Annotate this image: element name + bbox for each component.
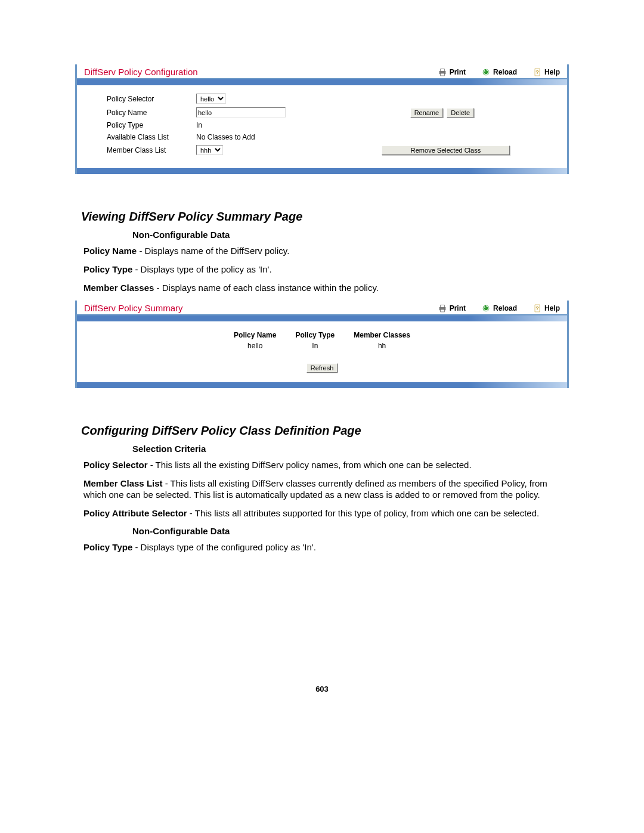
reload-icon xyxy=(481,304,491,313)
reload-icon xyxy=(481,67,491,77)
label-policy-name: Policy Name xyxy=(107,109,196,117)
reload-link[interactable]: Reload xyxy=(481,304,517,313)
subheading-nonconfig-2: Non-Configurable Data xyxy=(132,526,569,536)
svg-rect-1 xyxy=(440,69,444,71)
row-policy-type: Policy Type In xyxy=(107,121,558,129)
help-link[interactable]: ? Help xyxy=(532,304,560,313)
reload-label: Reload xyxy=(493,68,517,76)
col-policy-type: Policy Type xyxy=(286,330,344,340)
reload-label: Reload xyxy=(493,304,517,312)
para-member-classes: Member Classes - Displays name of each c… xyxy=(83,283,569,294)
subheading-selection-criteria: Selection Criteria xyxy=(132,444,569,454)
para-policy-type: Policy Type - Displays type of the polic… xyxy=(83,264,569,275)
print-link[interactable]: Print xyxy=(438,67,466,77)
para-policy-selector: Policy Selector - This lists all the exi… xyxy=(83,460,569,471)
cell-policy-name: hello xyxy=(224,340,286,351)
para-policy-type-2: Policy Type - Displays type of the confi… xyxy=(83,542,569,553)
help-link[interactable]: ? Help xyxy=(532,67,560,77)
heading-configuring-classdef: Configuring DiffServ Policy Class Defini… xyxy=(75,424,569,438)
heading-viewing-summary: Viewing DiffServ Policy Summary Page xyxy=(75,210,569,224)
panel-body: Policy Name Policy Type Member Classes h… xyxy=(77,321,567,382)
help-label: Help xyxy=(544,304,560,312)
print-icon xyxy=(438,67,447,77)
row-policy-selector: Policy Selector hello xyxy=(107,94,558,104)
summary-table: Policy Name Policy Type Member Classes h… xyxy=(224,330,420,351)
panel-header: DiffServ Policy Summary Print Reload xyxy=(77,301,567,315)
diffserv-policy-configuration-panel: DiffServ Policy Configuration Print Relo… xyxy=(75,64,569,174)
label-available-class-list: Available Class List xyxy=(107,133,196,141)
panel-actions: Print Reload ? Help xyxy=(438,67,560,77)
panel-body: Policy Selector hello Policy Name Rename… xyxy=(77,85,567,168)
rename-button[interactable]: Rename xyxy=(410,108,444,117)
print-label: Print xyxy=(450,304,466,312)
para-policy-attribute-selector: Policy Attribute Selector - This lists a… xyxy=(83,508,569,519)
panel-title: DiffServ Policy Summary xyxy=(84,303,438,313)
subheading-nonconfig-1: Non-Configurable Data xyxy=(132,230,569,240)
col-policy-name: Policy Name xyxy=(224,330,286,340)
panel-band-bottom xyxy=(77,168,567,174)
delete-button[interactable]: Delete xyxy=(447,108,474,117)
refresh-button[interactable]: Refresh xyxy=(306,363,338,373)
panel-band-bottom xyxy=(77,382,567,388)
label-member-class-list: Member Class List xyxy=(107,146,196,154)
panel-title: DiffServ Policy Configuration xyxy=(84,67,438,77)
para-member-class-list: Member Class List - This lists all exist… xyxy=(83,478,569,501)
svg-rect-7 xyxy=(440,309,444,312)
col-member-classes: Member Classes xyxy=(344,330,420,340)
help-icon: ? xyxy=(532,67,542,77)
label-policy-type: Policy Type xyxy=(107,121,196,129)
panel-band-top xyxy=(77,79,567,85)
panel-actions: Print Reload ? Help xyxy=(438,304,560,313)
policy-selector-dropdown[interactable]: hello xyxy=(196,94,226,104)
member-class-list-dropdown[interactable]: hhh xyxy=(196,145,223,155)
help-label: Help xyxy=(544,68,560,76)
row-member-class-list: Member Class List hhh Remove Selected Cl… xyxy=(107,145,558,155)
help-icon: ? xyxy=(532,304,542,313)
page-number: 603 xyxy=(0,685,644,693)
panel-band-top xyxy=(77,315,567,321)
remove-selected-class-button[interactable]: Remove Selected Class xyxy=(382,145,510,155)
value-available-class-list: No Classes to Add xyxy=(196,133,298,141)
reload-link[interactable]: Reload xyxy=(481,67,517,77)
summary-table-head-row: Policy Name Policy Type Member Classes xyxy=(224,330,420,340)
policy-name-input[interactable] xyxy=(196,107,286,117)
row-policy-name: Policy Name Rename Delete xyxy=(107,107,558,117)
svg-rect-2 xyxy=(440,73,444,76)
cell-policy-type: In xyxy=(286,340,344,351)
table-row: hello In hh xyxy=(224,340,420,351)
print-label: Print xyxy=(450,68,466,76)
cell-member-classes: hh xyxy=(344,340,420,351)
svg-text:?: ? xyxy=(535,305,539,311)
para-policy-name: Policy Name - Displays name of the DiffS… xyxy=(83,246,569,257)
print-icon xyxy=(438,304,447,313)
value-policy-type: In xyxy=(196,121,298,129)
print-link[interactable]: Print xyxy=(438,304,466,313)
label-policy-selector: Policy Selector xyxy=(107,95,196,103)
svg-rect-6 xyxy=(440,305,444,307)
svg-text:?: ? xyxy=(535,69,539,75)
panel-header: DiffServ Policy Configuration Print Relo… xyxy=(77,64,567,79)
diffserv-policy-summary-panel: DiffServ Policy Summary Print Reload xyxy=(75,301,569,388)
row-available-class-list: Available Class List No Classes to Add xyxy=(107,133,558,141)
